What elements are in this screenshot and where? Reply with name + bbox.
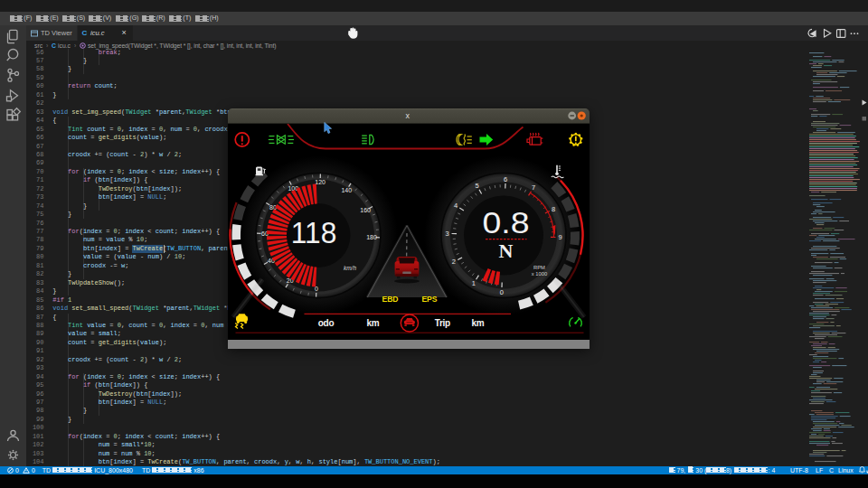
svg-text:0.8: 0.8: [482, 205, 529, 239]
svg-text:km: km: [471, 318, 484, 328]
svg-text:2: 2: [451, 258, 455, 266]
svg-text:5: 5: [475, 181, 478, 189]
svg-text:EPS: EPS: [421, 295, 437, 304]
svg-text:km/h: km/h: [343, 265, 355, 271]
svg-text:1: 1: [471, 279, 475, 287]
svg-text:118: 118: [290, 215, 336, 249]
svg-text:x 1000: x 1000: [531, 271, 546, 277]
svg-text:9: 9: [558, 233, 561, 241]
svg-text:Trip: Trip: [434, 318, 449, 328]
svg-text:180: 180: [366, 234, 377, 240]
svg-text:120: 120: [315, 178, 326, 184]
svg-text:odo: odo: [317, 318, 334, 328]
svg-text:140: 140: [341, 186, 352, 192]
svg-text:6: 6: [504, 174, 507, 183]
svg-text:4: 4: [453, 202, 457, 210]
svg-text:N: N: [498, 239, 513, 262]
svg-text:3: 3: [445, 229, 448, 237]
svg-text:7: 7: [532, 183, 535, 192]
svg-text:8: 8: [552, 204, 555, 212]
svg-text:RPM: RPM: [533, 265, 545, 270]
svg-text:km: km: [366, 318, 379, 328]
svg-text:EBD: EBD: [382, 295, 398, 304]
svg-text:0: 0: [499, 287, 503, 296]
svg-text:160: 160: [360, 207, 371, 213]
